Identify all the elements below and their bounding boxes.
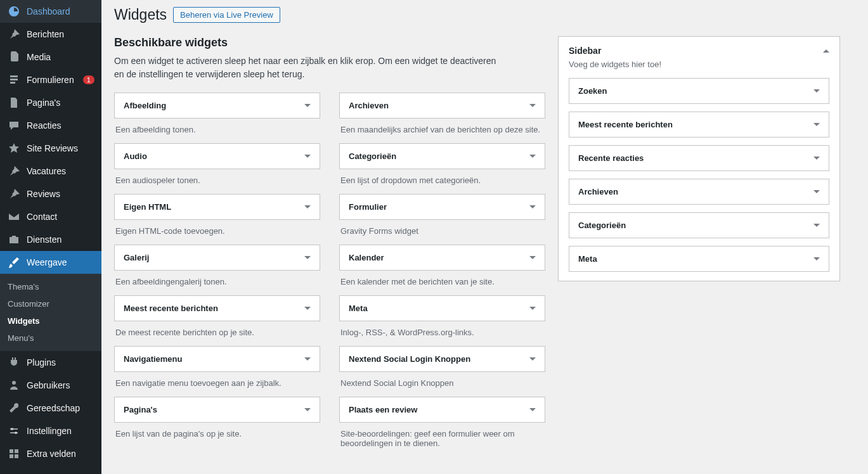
- nav-item-gereedschap[interactable]: Gereedschap: [0, 397, 101, 420]
- chevron-down-icon: [529, 155, 536, 158]
- submenu-item-widgets[interactable]: Widgets: [0, 312, 101, 330]
- layout-icon: [8, 447, 20, 460]
- nav-item-weergave[interactable]: Weergave: [0, 251, 101, 274]
- nav-item-contact[interactable]: Contact: [0, 205, 101, 228]
- nav-item-extra-velden[interactable]: Extra velden: [0, 442, 101, 465]
- star-icon: [8, 142, 20, 155]
- widget-description: De meest recente berichten op je site.: [114, 328, 320, 337]
- widget-handle[interactable]: Archieven: [339, 93, 545, 118]
- nav-label: Plugins: [27, 357, 56, 368]
- nav-item-pagina-s[interactable]: Pagina's: [0, 91, 101, 114]
- widget-description: Een lijst of dropdown met categorieën.: [339, 176, 545, 185]
- chevron-down-icon: [813, 123, 820, 126]
- nav-item-reviews[interactable]: Reviews: [0, 183, 101, 205]
- sidebar-area-title: Sidebar: [569, 46, 601, 56]
- widget-handle[interactable]: Navigatiemenu: [114, 346, 320, 372]
- comment-icon: [8, 119, 20, 132]
- chevron-down-icon: [304, 408, 311, 411]
- placed-widget-name: Zoeken: [578, 86, 607, 96]
- widget-description: Een navigatie menu toevoegen aan je zijb…: [114, 378, 320, 388]
- nav-item-plugins[interactable]: Plugins: [0, 351, 101, 374]
- svg-point-1: [15, 432, 17, 434]
- widget-handle[interactable]: Nextend Social Login Knoppen: [339, 346, 545, 372]
- chevron-down-icon: [529, 256, 536, 259]
- chevron-down-icon: [529, 104, 536, 107]
- nav-label: Formulieren: [27, 75, 74, 85]
- chevron-down-icon: [813, 89, 820, 93]
- widget-description: Een afbeeldingengalerij tonen.: [114, 277, 320, 286]
- sidebar-widget-area: Sidebar Voeg de widgets hier toe! Zoeken…: [558, 36, 840, 281]
- widget-handle[interactable]: Categorieën: [339, 143, 545, 169]
- placed-widget[interactable]: Zoeken: [569, 78, 829, 104]
- nav-label: Reacties: [27, 120, 61, 131]
- widget-description: Nextend Social Login Knoppen: [339, 378, 545, 388]
- widget-handle[interactable]: Formulier: [339, 194, 545, 220]
- chevron-down-icon: [304, 357, 311, 361]
- available-widget: Nextend Social Login KnoppenNextend Soci…: [339, 346, 545, 388]
- settings-icon: [8, 425, 20, 437]
- nav-item-dashboard[interactable]: Dashboard: [0, 0, 101, 23]
- sidebar-area-hint: Voeg de widgets hier toe!: [569, 60, 829, 69]
- widget-name: Eigen HTML: [124, 202, 171, 212]
- widget-name: Afbeelding: [124, 101, 166, 110]
- wrench-icon: [8, 402, 20, 414]
- widget-handle[interactable]: Galerij: [114, 245, 320, 271]
- placed-widget[interactable]: Meta: [569, 246, 829, 272]
- nav-label: Gebruikers: [27, 380, 70, 390]
- available-widget: Plaats een reviewSite-beoordelingen: gee…: [339, 397, 545, 448]
- nav-item-vacatures[interactable]: Vacatures: [0, 160, 101, 183]
- widget-handle[interactable]: Plaats een review: [339, 397, 545, 423]
- nav-item-diensten[interactable]: Diensten: [0, 228, 101, 251]
- available-widget: Pagina'sEen lijst van de pagina's op je …: [114, 397, 320, 448]
- nav-item-reacties[interactable]: Reacties: [0, 114, 101, 137]
- nav-item-gebruikers[interactable]: Gebruikers: [0, 374, 101, 397]
- placed-widget[interactable]: Archieven: [569, 179, 829, 205]
- submenu-item-thema-s[interactable]: Thema's: [0, 278, 101, 295]
- widget-handle[interactable]: Pagina's: [114, 397, 320, 423]
- nav-label: Weergave: [27, 257, 67, 267]
- page-icon: [8, 96, 20, 109]
- available-widgets-description: Om een widget te activeren sleep het naa…: [114, 54, 507, 81]
- nav-item-media[interactable]: Media: [0, 46, 101, 68]
- widget-handle[interactable]: Eigen HTML: [114, 194, 320, 220]
- widget-handle[interactable]: Meest recente berichten: [114, 295, 320, 321]
- widget-handle[interactable]: Kalender: [339, 245, 545, 271]
- placed-widget[interactable]: Categorieën: [569, 212, 829, 238]
- widget-handle[interactable]: Audio: [114, 143, 320, 169]
- chevron-down-icon: [304, 256, 311, 259]
- svg-point-0: [11, 428, 13, 430]
- plugin-icon: [8, 356, 20, 369]
- nav-item-berichten[interactable]: Berichten: [0, 23, 101, 46]
- placed-widget-name: Meta: [578, 254, 597, 264]
- nav-item-formulieren[interactable]: Formulieren1: [0, 68, 101, 91]
- sidebar-area-header[interactable]: Sidebar: [569, 46, 829, 56]
- submenu-item-customizer[interactable]: Customizer: [0, 295, 101, 312]
- dashboard-icon: [8, 5, 20, 18]
- nav-label: Contact: [27, 212, 57, 222]
- chevron-down-icon: [529, 408, 536, 411]
- widget-description: Een kalender met de berichten van je sit…: [339, 277, 545, 286]
- nav-item-site-reviews[interactable]: Site Reviews: [0, 137, 101, 160]
- available-widget: Eigen HTMLEigen HTML-code toevoegen.: [114, 194, 320, 236]
- pin-icon: [8, 165, 20, 177]
- available-widget: FormulierGravity Forms widget: [339, 194, 545, 236]
- nav-label: Vacatures: [27, 166, 66, 176]
- submenu-item-menu-s[interactable]: Menu's: [0, 330, 101, 347]
- widget-handle[interactable]: Afbeelding: [114, 93, 320, 118]
- available-widget: CategorieënEen lijst of dropdown met cat…: [339, 143, 545, 185]
- placed-widget[interactable]: Meest recente berichten: [569, 112, 829, 138]
- submenu-weergave: Thema'sCustomizerWidgetsMenu's: [0, 274, 101, 351]
- placed-widget[interactable]: Recente reacties: [569, 145, 829, 171]
- available-widget: Meest recente berichtenDe meest recente …: [114, 295, 320, 337]
- nav-label: Extra velden: [27, 449, 76, 459]
- update-badge: 1: [83, 75, 94, 84]
- widget-description: Gravity Forms widget: [339, 226, 545, 236]
- live-preview-button[interactable]: Beheren via Live Preview: [173, 7, 280, 23]
- widget-name: Categorieën: [349, 151, 396, 161]
- widget-name: Meta: [349, 304, 368, 313]
- chevron-down-icon: [304, 205, 311, 208]
- nav-label: Dashboard: [27, 6, 70, 16]
- widget-handle[interactable]: Meta: [339, 295, 545, 321]
- nav-item-instellingen[interactable]: Instellingen: [0, 420, 101, 442]
- widget-name: Formulier: [349, 202, 387, 212]
